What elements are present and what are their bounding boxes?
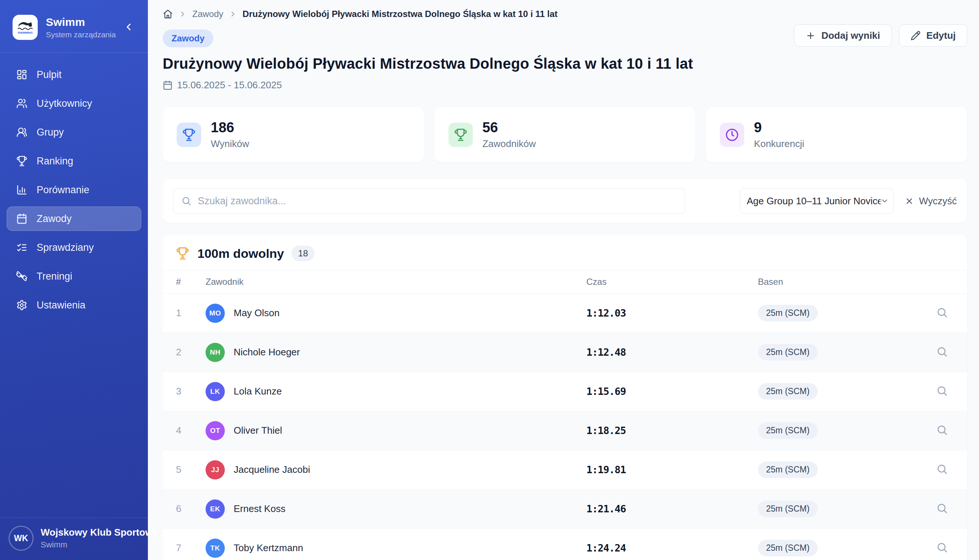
table-row: 7TKToby Kertzmann1:24.2425m (SCM)	[163, 528, 967, 560]
view-result-button[interactable]	[933, 422, 951, 440]
table-row: 3LKLola Kunze1:15.6925m (SCM)	[163, 372, 967, 411]
chevron-down-icon	[879, 197, 889, 205]
event-date-range: 15.06.2025 - 15.06.2025	[163, 79, 967, 91]
sidebar-item-label: Ustawienia	[37, 300, 85, 311]
rank: 7	[176, 542, 205, 554]
results-table-header: # Zawodnik Czas Basen	[163, 270, 967, 294]
magnifier-icon	[936, 307, 948, 320]
svg-text:SWIMMING: SWIMMING	[18, 31, 33, 34]
stat-card-konkurencji: 9Konkurencji	[706, 107, 967, 162]
pool-badge: 25m (SCM)	[758, 383, 818, 400]
plus-icon	[805, 31, 815, 41]
sidebar-item-label: Sprawdziany	[37, 242, 94, 253]
view-result-button[interactable]	[933, 500, 951, 518]
edit-button[interactable]: Edytuj	[899, 24, 967, 47]
sidebar-item-ustawienia[interactable]: Ustawienia	[7, 293, 141, 317]
search-icon	[181, 196, 192, 206]
table-row: 4OTOliver Thiel1:18.2525m (SCM)	[163, 411, 967, 450]
sidebar-divider	[0, 52, 148, 53]
swimmer-name: May Olson	[234, 307, 279, 319]
column-rank: #	[176, 277, 205, 287]
search-input[interactable]	[173, 188, 685, 214]
sidebar-item-label: Użytkownicy	[37, 98, 92, 109]
clear-filters-label: Wyczyść	[919, 195, 957, 207]
stat-value: 9	[754, 120, 804, 135]
sidebar-item-zawody[interactable]: Zawody	[7, 207, 141, 231]
pool-badge: 25m (SCM)	[758, 422, 818, 439]
magnifier-icon	[936, 346, 948, 359]
table-row: 5JJJacqueline Jacobi1:19.8125m (SCM)	[163, 450, 967, 490]
checklist-icon	[16, 242, 28, 253]
rank: 5	[176, 464, 205, 475]
pool-badge: 25m (SCM)	[758, 344, 818, 360]
swimmer-name: Toby Kertzmann	[234, 542, 303, 554]
sidebar-item-label: Grupy	[37, 127, 64, 138]
sidebar-item-label: Pulpit	[37, 69, 62, 80]
sidebar-nav: PulpitUżytkownicyGrupyRankingPorównanieZ…	[0, 62, 148, 317]
sidebar-header: SWIMMING Swimm System zarządzania	[0, 0, 148, 52]
stat-card-wyników: 186Wyników	[163, 107, 424, 162]
view-result-button[interactable]	[933, 461, 951, 479]
avatar: TK	[205, 538, 225, 558]
view-result-button[interactable]	[933, 343, 951, 361]
sidebar-item-label: Zawody	[37, 213, 72, 225]
app-name: Swimm	[46, 16, 120, 28]
results-table-body: 1MOMay Olson1:12.0325m (SCM)2NHNichole H…	[163, 294, 967, 560]
avatar: OT	[205, 421, 225, 440]
result-time: 1:12.03	[586, 307, 758, 319]
chevron-left-icon	[123, 22, 134, 33]
avatar: EK	[205, 499, 225, 518]
add-results-button[interactable]: Dodaj wyniki	[794, 24, 892, 47]
stat-card-zawodników: 56Zawodników	[434, 107, 696, 162]
view-result-button[interactable]	[933, 539, 951, 557]
table-row: 2NHNichole Hoeger1:12.4825m (SCM)	[163, 333, 967, 372]
breadcrumb-link-zawody[interactable]: Zawody	[192, 9, 223, 19]
calendar-icon	[16, 213, 28, 225]
sidebar-item-sprawdziany[interactable]: Sprawdziany	[7, 235, 141, 260]
dumbbell-icon	[16, 270, 28, 282]
avatar: LK	[205, 382, 225, 401]
event-header: 100m dowolny 18	[163, 236, 967, 270]
header-actions: Dodaj wyniki Edytuj	[794, 24, 967, 47]
swimmer-name: Oliver Thiel	[234, 425, 282, 436]
sidebar-collapse-button[interactable]	[120, 19, 137, 35]
edit-label: Edytuj	[927, 30, 956, 42]
page-title: Drużynowy Wielobój Pływacki Mistrzostwa …	[163, 55, 810, 72]
x-icon	[905, 197, 914, 206]
clear-filters-button[interactable]: Wyczyść	[905, 195, 957, 207]
rank: 3	[176, 386, 205, 397]
calendar-icon	[163, 80, 173, 90]
home-icon[interactable]	[163, 9, 173, 19]
rank: 2	[176, 347, 205, 358]
sidebar-item-por-wnanie[interactable]: Porównanie	[7, 178, 141, 202]
sidebar-footer[interactable]: WK Wojskowy Klub Sportowy ... Swimm	[0, 518, 148, 560]
sidebar-item-u-ytkownicy[interactable]: Użytkownicy	[7, 91, 141, 116]
sidebar-item-grupy[interactable]: Grupy	[7, 120, 141, 145]
sidebar-item-treningi[interactable]: Treningi	[7, 264, 141, 288]
avatar: JJ	[205, 460, 225, 480]
view-result-button[interactable]	[933, 383, 951, 400]
sidebar-item-ranking[interactable]: Ranking	[7, 149, 141, 173]
stat-label: Zawodników	[483, 138, 536, 150]
gear-icon	[16, 299, 28, 311]
chart-icon	[16, 184, 28, 196]
magnifier-icon	[936, 463, 948, 476]
stat-label: Wyników	[211, 138, 249, 150]
age-group-select[interactable]: Age Group 10–11 Junior Novice	[740, 188, 894, 214]
rank: 1	[176, 307, 205, 319]
sidebar-item-pulpit[interactable]: Pulpit	[7, 62, 141, 87]
event-title: 100m dowolny	[197, 247, 284, 261]
breadcrumb: Zawody Drużynowy Wielobój Pływacki Mistr…	[163, 6, 967, 22]
avatar: MO	[205, 303, 225, 323]
chevron-right-icon	[179, 10, 187, 18]
pool-badge: 25m (SCM)	[758, 305, 818, 322]
filter-bar: Age Group 10–11 Junior Novice Wyczyść	[163, 179, 967, 223]
result-time: 1:15.69	[586, 386, 758, 397]
view-result-button[interactable]	[933, 304, 951, 322]
column-swimmer: Zawodnik	[205, 277, 586, 287]
result-time: 1:12.48	[586, 347, 758, 358]
avatar: NH	[205, 343, 225, 362]
trophy-icon	[448, 123, 473, 147]
table-row: 1MOMay Olson1:12.0325m (SCM)	[163, 294, 967, 333]
users-icon	[16, 98, 28, 109]
